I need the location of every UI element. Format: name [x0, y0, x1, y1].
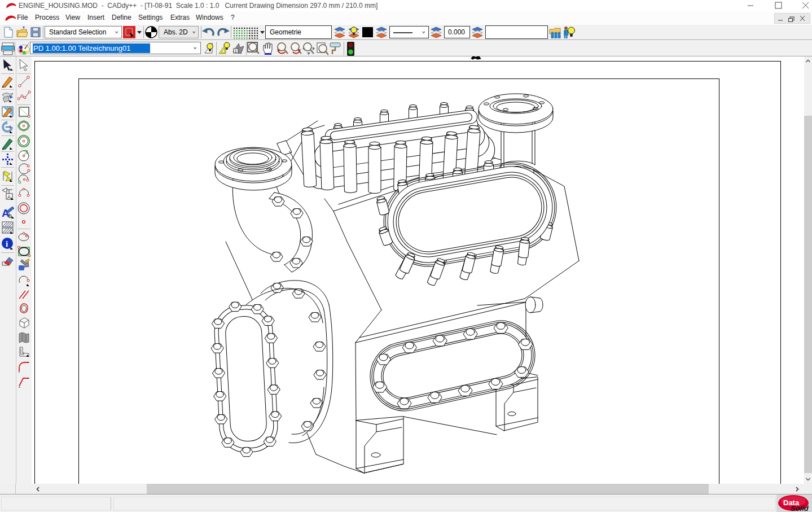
svg-text:b: b	[8, 213, 12, 219]
svg-text:i: i	[6, 239, 8, 248]
svg-text:A: A	[7, 194, 11, 200]
svg-text:1: 1	[235, 49, 238, 54]
svg-text:Solid: Solid	[791, 504, 809, 512]
